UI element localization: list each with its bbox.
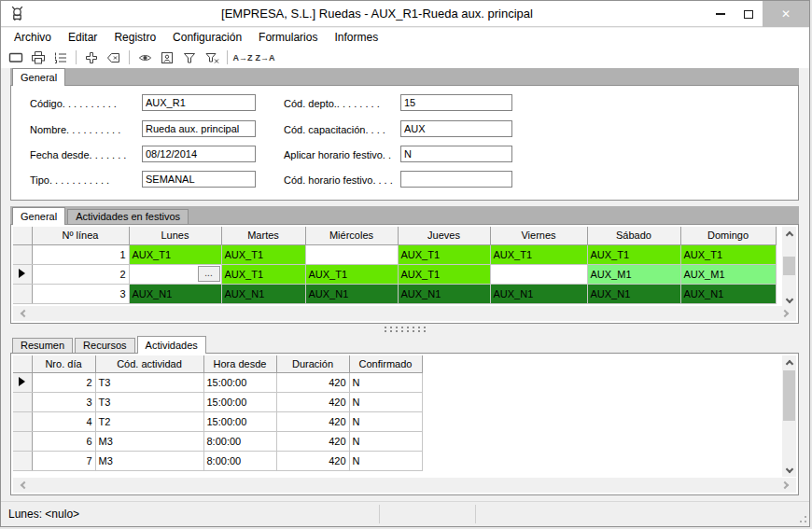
tab-actividades-en-festivos[interactable]: Actividades en festivos [67, 209, 189, 224]
add-record-button[interactable] [80, 49, 103, 67]
row-selector[interactable] [13, 372, 32, 392]
resize-grip-icon[interactable] [796, 512, 806, 522]
activities-cell[interactable]: 420 [276, 411, 349, 431]
activities-cell[interactable]: 15:00:00 [203, 372, 276, 392]
menu-item-informes[interactable]: Informes [326, 28, 386, 47]
schedule-cell[interactable]: AUX_T1 [221, 244, 305, 264]
schedule-cell[interactable]: AUX_N1 [221, 284, 305, 303]
row-selector[interactable] [13, 392, 32, 411]
schedule-cell[interactable]: AUX_N1 [680, 284, 776, 303]
delete-record-button[interactable] [103, 49, 125, 67]
activities-cell[interactable]: 8:00:00 [203, 431, 276, 451]
activities-cell[interactable]: T2 [95, 411, 203, 431]
schedule-vscrollbar[interactable] [782, 227, 796, 307]
schedule-cell[interactable] [490, 264, 587, 284]
scroll-up-button[interactable] [782, 355, 796, 369]
schedule-cell[interactable]: AUX_M1 [680, 264, 776, 284]
scroll-down-button[interactable] [782, 294, 796, 307]
activities-cell[interactable]: N [349, 411, 422, 431]
row-selector[interactable] [13, 264, 32, 284]
activities-cell[interactable]: T3 [95, 392, 203, 411]
scroll-left-button[interactable] [18, 479, 31, 492]
scrollbar-thumb[interactable] [783, 370, 795, 421]
row-selector[interactable] [13, 431, 32, 451]
schedule-cell[interactable]: AUX_N1 [129, 284, 221, 303]
activities-vscrollbar[interactable] [782, 355, 796, 477]
filter-button[interactable] [178, 49, 201, 67]
tab-actividades[interactable]: Actividades [137, 336, 206, 354]
menu-item-archivo[interactable]: Archivo [6, 28, 60, 47]
schedule-cell[interactable]: AUX_N1 [587, 284, 680, 303]
scroll-right-button[interactable] [778, 307, 791, 320]
sort-ascending-button[interactable]: A→Z [231, 49, 254, 67]
activities-cell[interactable]: 420 [276, 372, 349, 392]
codigo-input[interactable] [142, 94, 256, 111]
menu-item-formularios[interactable]: Formularios [250, 28, 326, 47]
activities-hscrollbar[interactable] [13, 478, 796, 493]
activities-cell[interactable]: N [349, 372, 422, 392]
schedule-cell[interactable]: AUX_T1 [398, 264, 490, 284]
schedule-cell[interactable]: ... [129, 264, 221, 284]
schedule-cell[interactable]: AUX_N1 [398, 284, 490, 303]
activities-cell[interactable]: 420 [276, 431, 349, 451]
schedule-cell[interactable]: AUX_M1 [587, 264, 680, 284]
close-button[interactable]: ✕ [763, 1, 809, 27]
cod-capacitacion-input[interactable] [400, 120, 512, 137]
horizontal-splitter[interactable] [10, 324, 799, 335]
scroll-down-button[interactable] [782, 464, 796, 477]
record-card-button[interactable] [156, 49, 178, 67]
activities-cell[interactable]: T3 [95, 372, 203, 392]
tab-general[interactable]: General [12, 207, 65, 225]
activities-cell[interactable]: N [349, 451, 422, 470]
preview-button[interactable] [133, 49, 156, 67]
line-number-cell[interactable]: 1 [32, 244, 129, 264]
schedule-cell[interactable]: AUX_T1 [221, 264, 305, 284]
line-number-cell[interactable]: 2 [32, 264, 129, 284]
activities-cell[interactable]: 2 [32, 372, 95, 392]
maximize-button[interactable] [735, 1, 763, 27]
tab-resumen[interactable]: Resumen [12, 338, 73, 353]
schedule-cell[interactable]: AUX_N1 [490, 284, 587, 303]
activities-cell[interactable]: 7 [32, 451, 95, 470]
activities-cell[interactable]: 6 [32, 431, 95, 451]
activities-cell[interactable]: 8:00:00 [203, 451, 276, 470]
numbered-list-button[interactable] [49, 49, 72, 67]
schedule-cell[interactable]: AUX_T1 [398, 244, 490, 264]
schedule-cell[interactable]: AUX_T1 [129, 244, 221, 264]
row-selector[interactable] [13, 411, 32, 431]
activities-cell[interactable]: M3 [95, 451, 203, 470]
remove-filter-button[interactable] [201, 49, 223, 67]
activities-cell[interactable]: N [349, 392, 422, 411]
row-selector[interactable] [13, 244, 32, 264]
scrollbar-thumb[interactable] [783, 257, 795, 275]
row-selector[interactable] [13, 284, 32, 303]
tab-form-general[interactable]: General [12, 68, 65, 86]
activities-cell[interactable]: 15:00:00 [203, 411, 276, 431]
tipo-input[interactable] [142, 171, 256, 188]
window-view-button[interactable] [5, 49, 27, 67]
schedule-cell[interactable]: AUX_T1 [490, 244, 587, 264]
nombre-input[interactable] [142, 120, 256, 137]
activities-cell[interactable]: 3 [32, 392, 95, 411]
fecha-desde-input[interactable] [142, 146, 256, 162]
schedule-cell[interactable]: AUX_T1 [587, 244, 680, 264]
activities-cell[interactable]: 420 [276, 392, 349, 411]
activities-cell[interactable]: 4 [32, 411, 95, 431]
scroll-up-button[interactable] [782, 227, 796, 240]
sort-descending-button[interactable]: Z→A [254, 49, 276, 67]
cod-horario-festivo-input[interactable] [400, 171, 512, 188]
aplicar-horario-festivo-input[interactable] [400, 146, 512, 162]
activities-cell[interactable]: M3 [95, 431, 203, 451]
menu-item-editar[interactable]: Editar [60, 28, 105, 47]
activities-cell[interactable]: 15:00:00 [203, 392, 276, 411]
activities-cell[interactable]: N [349, 431, 422, 451]
print-button[interactable] [27, 49, 49, 67]
schedule-cell[interactable]: AUX_T1 [680, 244, 776, 264]
menu-item-registro[interactable]: Registro [105, 28, 164, 47]
activities-cell[interactable]: 420 [276, 451, 349, 470]
schedule-cell[interactable]: AUX_N1 [305, 284, 398, 303]
schedule-hscrollbar[interactable] [13, 306, 796, 321]
tab-recursos[interactable]: Recursos [75, 338, 134, 353]
schedule-cell[interactable] [305, 244, 398, 264]
schedule-cell[interactable]: AUX_T1 [305, 264, 398, 284]
